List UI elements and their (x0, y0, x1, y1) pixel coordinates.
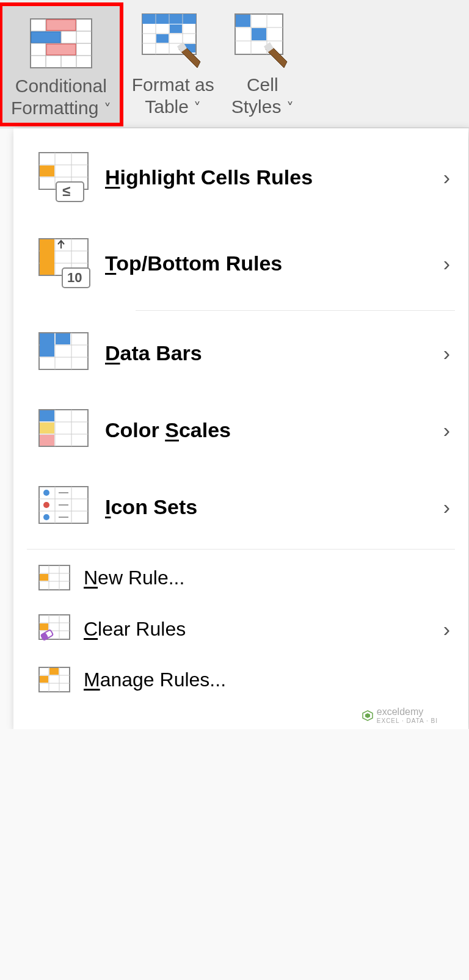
svg-point-65 (43, 514, 49, 520)
svg-point-64 (43, 502, 49, 508)
top-bottom-icon: 10 (38, 238, 105, 289)
menu-divider (136, 310, 455, 311)
data-bars-icon (38, 332, 105, 374)
highlight-cells-icon: ≤ (38, 151, 105, 203)
watermark-name: exceldemy (377, 706, 438, 717)
svg-rect-89 (49, 668, 59, 675)
new-rule-item[interactable]: New Rule... (13, 553, 468, 603)
svg-rect-26 (252, 28, 266, 40)
color-scales-label: Color Scales (105, 418, 443, 442)
svg-rect-54 (40, 423, 54, 434)
svg-rect-25 (236, 15, 250, 27)
new-rule-label: New Rule... (84, 567, 450, 589)
cell-styles-icon (232, 10, 293, 74)
conditional-formatting-label: ConditionalFormatting ˅ (11, 75, 111, 119)
highlight-cells-label: Highlight Cells Rules (105, 165, 443, 189)
format-as-table-button[interactable]: Format asTable ˅ (123, 6, 223, 123)
cell-styles-button[interactable]: CellStyles ˅ (223, 6, 302, 123)
color-scales-icon (38, 408, 105, 451)
svg-rect-32 (40, 165, 54, 176)
svg-rect-49 (56, 333, 70, 344)
menu-divider (27, 549, 455, 550)
clear-rules-label: Clear Rules (84, 618, 443, 641)
svg-rect-88 (40, 676, 48, 683)
manage-rules-icon (38, 666, 84, 694)
icon-sets-label: Icon Sets (105, 495, 443, 519)
format-as-table-icon (139, 10, 206, 74)
svg-text:≤: ≤ (62, 183, 70, 199)
svg-point-63 (43, 490, 49, 496)
conditional-formatting-button[interactable]: ConditionalFormatting ˅ (0, 2, 123, 126)
conditional-formatting-icon (24, 11, 98, 75)
svg-rect-55 (40, 435, 54, 446)
color-scales-item[interactable]: Color Scales › (13, 391, 468, 468)
clear-rules-item[interactable]: Clear Rules › (13, 603, 468, 655)
svg-rect-74 (40, 574, 48, 581)
svg-rect-7 (46, 20, 76, 31)
new-rule-icon (38, 564, 84, 592)
chevron-right-icon: › (443, 252, 450, 275)
cell-styles-label: CellStyles ˅ (231, 74, 294, 118)
chevron-down-icon: ˅ (286, 100, 294, 116)
top-bottom-label: Top/Bottom Rules (105, 252, 443, 275)
conditional-formatting-dropdown: ≤ Highlight Cells Rules › 10 Top/Bottom … (13, 128, 468, 729)
highlight-cells-rules-item[interactable]: ≤ Highlight Cells Rules › (13, 134, 468, 220)
data-bars-label: Data Bars (105, 341, 443, 365)
clear-rules-icon (38, 614, 84, 644)
format-as-table-label: Format asTable ˅ (132, 74, 214, 118)
chevron-right-icon: › (443, 165, 450, 189)
data-bars-item[interactable]: Data Bars › (13, 314, 468, 391)
svg-rect-9 (46, 44, 76, 55)
svg-rect-53 (40, 410, 54, 421)
chevron-down-icon: ˅ (194, 100, 201, 116)
manage-rules-item[interactable]: Manage Rules... (13, 655, 468, 705)
watermark-tag: EXCEL · DATA · BI (377, 717, 438, 724)
chevron-right-icon: › (443, 341, 450, 365)
top-bottom-rules-item[interactable]: 10 Top/Bottom Rules › (13, 220, 468, 307)
ribbon-styles-group: ConditionalFormatting ˅ Format asTable ˅ (0, 0, 469, 128)
chevron-right-icon: › (443, 495, 450, 519)
icon-sets-item[interactable]: Icon Sets › (13, 468, 468, 545)
chevron-right-icon: › (443, 418, 450, 442)
svg-rect-8 (31, 32, 60, 43)
svg-text:10: 10 (67, 270, 82, 285)
svg-marker-91 (365, 713, 370, 718)
manage-rules-label: Manage Rules... (84, 669, 450, 691)
svg-rect-40 (40, 239, 54, 275)
svg-rect-17 (170, 24, 182, 33)
icon-sets-icon (38, 485, 105, 528)
watermark-icon (362, 710, 373, 721)
svg-rect-18 (156, 34, 169, 43)
chevron-down-icon: ˅ (104, 101, 111, 117)
chevron-right-icon: › (443, 617, 450, 641)
svg-rect-48 (40, 333, 54, 357)
svg-rect-80 (40, 623, 48, 630)
watermark: exceldemy EXCEL · DATA · BI (362, 706, 438, 724)
